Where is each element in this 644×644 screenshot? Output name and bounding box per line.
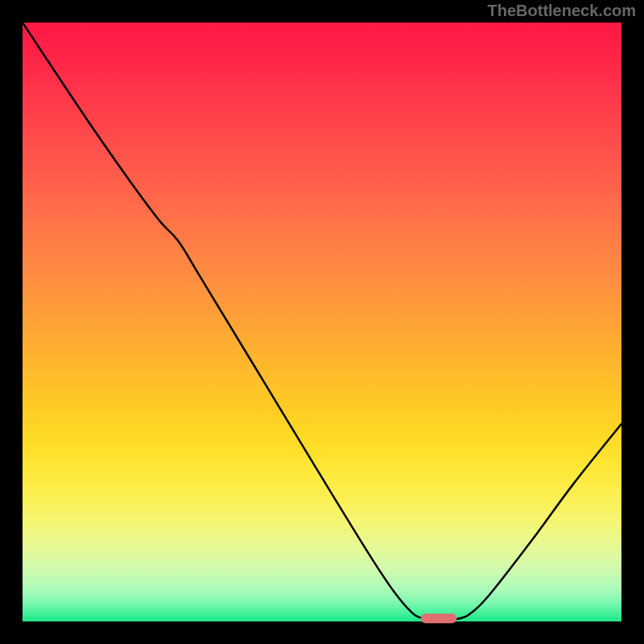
bottleneck-chart: TheBottleneck.com (0, 0, 644, 644)
chart-svg (0, 0, 644, 644)
watermark-text: TheBottleneck.com (488, 2, 636, 20)
marker-group (421, 613, 457, 623)
plot-background (23, 23, 621, 621)
marker-optimal-indicator (421, 613, 457, 623)
